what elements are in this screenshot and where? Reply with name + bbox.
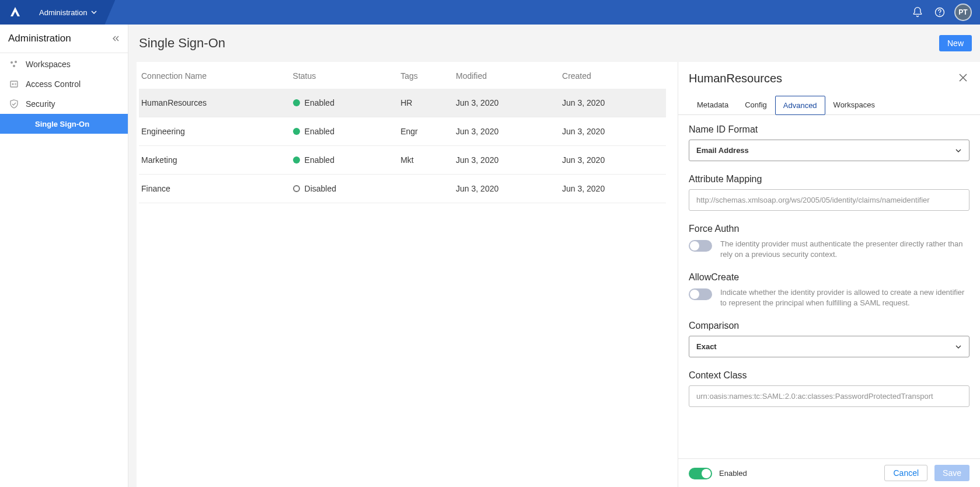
- cell-status: Enabled: [291, 117, 399, 146]
- sidebar-item-access-control[interactable]: Access Control: [0, 74, 128, 94]
- topbar: Administration PT: [0, 0, 980, 25]
- svg-point-3: [15, 61, 17, 63]
- table-row[interactable]: EngineeringEnabledEngrJun 3, 2020Jun 3, …: [139, 117, 666, 146]
- force-authn-label: Force Authn: [689, 224, 969, 234]
- svg-point-2: [11, 61, 13, 64]
- detail-footer: Enabled Cancel Save: [678, 458, 980, 487]
- attribute-mapping-label: Attribute Mapping: [689, 174, 969, 185]
- page-title: Single Sign-On: [139, 36, 225, 51]
- status-text: Disabled: [305, 184, 336, 193]
- detail-panel: HumanResources MetadataConfigAdvancedWor…: [678, 62, 980, 487]
- workspaces-icon: [9, 60, 19, 69]
- table-row[interactable]: FinanceDisabledJun 3, 2020Jun 3, 2020: [139, 175, 666, 203]
- cell-created: Jun 3, 2020: [560, 117, 666, 146]
- status-text: Enabled: [305, 127, 334, 136]
- cell-modified: Jun 3, 2020: [454, 175, 560, 203]
- name-id-format-select[interactable]: Email Address: [689, 140, 969, 161]
- name-id-format-label: Name ID Format: [689, 124, 969, 135]
- shield-icon: [9, 99, 19, 109]
- chevron-down-icon: [955, 343, 962, 350]
- cell-status: Disabled: [291, 175, 399, 203]
- sidebar: Administration Workspaces Access Control…: [0, 25, 128, 487]
- sidebar-item-label: Workspaces: [26, 60, 71, 69]
- bell-icon: [912, 6, 923, 18]
- status-text: Enabled: [305, 98, 334, 107]
- svg-rect-5: [11, 81, 18, 87]
- avatar[interactable]: PT: [954, 4, 972, 21]
- cancel-button[interactable]: Cancel: [884, 465, 927, 481]
- save-button[interactable]: Save: [934, 465, 969, 481]
- access-control-icon: [9, 79, 19, 89]
- detail-tabs: MetadataConfigAdvancedWorkspaces: [678, 88, 980, 115]
- status-dot-icon: [293, 99, 300, 106]
- table-row[interactable]: MarketingEnabledMktJun 3, 2020Jun 3, 202…: [139, 146, 666, 175]
- collapse-sidebar-icon[interactable]: [111, 34, 120, 43]
- notifications-button[interactable]: [906, 0, 929, 25]
- status-dot-icon: [293, 128, 300, 135]
- cell-tags: HR: [398, 89, 454, 117]
- sidebar-title: Administration: [8, 33, 71, 44]
- sidebar-item-single-sign-on[interactable]: Single Sign-On: [0, 114, 128, 134]
- tab-metadata[interactable]: Metadata: [689, 95, 737, 114]
- cell-name: HumanResources: [139, 89, 291, 117]
- col-tags: Tags: [398, 62, 454, 89]
- detail-title: HumanResources: [689, 72, 782, 85]
- cell-modified: Jun 3, 2020: [454, 117, 560, 146]
- table-header-row: Connection Name Status Tags Modified Cre…: [139, 62, 666, 89]
- help-icon: [934, 6, 946, 18]
- cell-tags: Mkt: [398, 146, 454, 175]
- detail-body: Name ID Format Email Address Attribute M…: [678, 115, 980, 458]
- tab-config[interactable]: Config: [737, 95, 775, 114]
- force-authn-toggle[interactable]: [689, 240, 712, 252]
- col-modified: Modified: [454, 62, 560, 89]
- cell-status: Enabled: [291, 146, 399, 175]
- attribute-mapping-input[interactable]: [689, 189, 969, 211]
- cell-modified: Jun 3, 2020: [454, 89, 560, 117]
- close-icon: [958, 72, 968, 83]
- cell-created: Jun 3, 2020: [560, 175, 666, 203]
- sidebar-item-workspaces[interactable]: Workspaces: [0, 54, 128, 74]
- col-status: Status: [291, 62, 399, 89]
- connections-table: Connection Name Status Tags Modified Cre…: [137, 62, 678, 487]
- table-row[interactable]: HumanResourcesEnabledHRJun 3, 2020Jun 3,…: [139, 89, 666, 117]
- comparison-label: Comparison: [689, 321, 969, 331]
- breadcrumb[interactable]: Administration: [30, 0, 115, 25]
- status-dot-icon: [293, 185, 300, 192]
- app-logo[interactable]: [0, 0, 30, 25]
- status-text: Enabled: [305, 155, 334, 165]
- sidebar-header: Administration: [0, 25, 128, 53]
- col-created: Created: [560, 62, 666, 89]
- tab-advanced[interactable]: Advanced: [775, 96, 825, 115]
- enabled-toggle[interactable]: [689, 468, 712, 479]
- breadcrumb-label: Administration: [39, 8, 87, 17]
- cell-modified: Jun 3, 2020: [454, 146, 560, 175]
- comparison-value: Exact: [696, 342, 717, 351]
- cell-name: Engineering: [139, 117, 291, 146]
- cell-name: Finance: [139, 175, 291, 203]
- new-button[interactable]: New: [939, 35, 972, 51]
- close-panel-button[interactable]: [957, 71, 969, 86]
- tab-workspaces[interactable]: Workspaces: [825, 95, 883, 114]
- cell-tags: Engr: [398, 117, 454, 146]
- allow-create-toggle[interactable]: [689, 288, 712, 300]
- cell-created: Jun 3, 2020: [560, 146, 666, 175]
- cell-status: Enabled: [291, 89, 399, 117]
- help-button[interactable]: [929, 0, 951, 25]
- cell-name: Marketing: [139, 146, 291, 175]
- chevron-down-icon: [90, 9, 97, 16]
- page-header: Single Sign-On New: [137, 25, 980, 62]
- context-class-input[interactable]: [689, 385, 969, 407]
- sidebar-item-label: Access Control: [26, 79, 81, 89]
- status-dot-icon: [293, 156, 300, 164]
- sidebar-item-label: Single Sign-On: [35, 120, 89, 128]
- force-authn-desc: The identity provider must authenticate …: [720, 239, 969, 259]
- allow-create-desc: Indicate whether the identity provider i…: [720, 287, 969, 308]
- svg-point-1: [939, 14, 940, 15]
- content-area: Single Sign-On New Connection Name Statu…: [128, 25, 980, 487]
- sidebar-item-security[interactable]: Security: [0, 94, 128, 114]
- sidebar-separator: [0, 53, 128, 53]
- comparison-select[interactable]: Exact: [689, 336, 969, 357]
- avatar-initials: PT: [958, 8, 967, 16]
- context-class-label: Context Class: [689, 370, 969, 381]
- svg-point-4: [13, 65, 15, 67]
